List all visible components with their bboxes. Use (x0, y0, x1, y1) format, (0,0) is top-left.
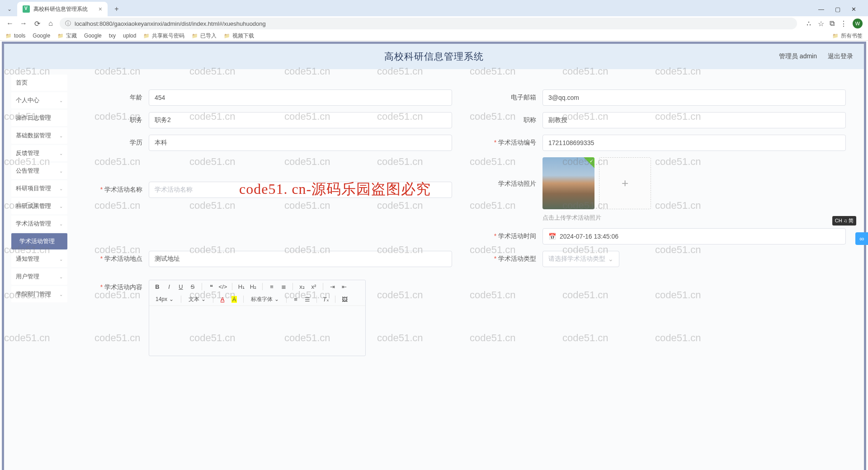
bookmark-item[interactable]: 共享账号密码 (143, 32, 184, 40)
upload-add-button[interactable]: + (599, 157, 651, 209)
input-email[interactable]: 3@qq.com (542, 89, 846, 106)
close-window-icon[interactable]: ✕ (851, 6, 856, 13)
align-icon[interactable]: ≡ (291, 295, 300, 304)
label-activity-time: 学术活动时间 (479, 232, 542, 240)
floating-tool-button[interactable]: ∞ (855, 232, 868, 245)
vue-favicon-icon (23, 5, 30, 13)
input-activity-place[interactable]: 测试地址 (149, 251, 452, 267)
input-activity-no[interactable]: 1721108699335 (542, 135, 846, 151)
sidebar-item[interactable]: 公告管理⌄ (11, 163, 67, 179)
chevron-down-icon: ⌄ (59, 221, 63, 226)
input-education[interactable]: 本科 (149, 135, 452, 151)
browser-tab[interactable]: 高校科研信息管理系统 × (17, 2, 108, 16)
bookmark-item[interactable]: tools (5, 33, 25, 39)
app-container: 高校科研信息管理系统 管理员 admin 退出登录 首页个人中心⌄操作日志管理基… (2, 42, 866, 470)
home-icon[interactable]: ⌂ (46, 19, 55, 28)
all-bookmarks[interactable]: 所有书签 (832, 32, 863, 40)
h1-icon[interactable]: H₁ (237, 282, 246, 291)
label-activity-no: 学术活动编号 (479, 139, 542, 147)
tab-menu-button[interactable]: ⌄ (5, 5, 14, 14)
current-user[interactable]: 管理员 admin (779, 52, 817, 61)
font-color-icon[interactable]: A (218, 295, 227, 304)
back-icon[interactable]: ← (5, 19, 14, 28)
sidebar-item[interactable]: 操作日志管理 (11, 110, 67, 126)
bookmark-item[interactable]: Google (84, 33, 102, 39)
input-position[interactable]: 职务2 (149, 112, 452, 128)
logout-link[interactable]: 退出登录 (828, 52, 853, 61)
input-activity-time[interactable]: 📅2024-07-16 13:45:06 (542, 228, 846, 244)
bookmark-item[interactable]: uplod (123, 33, 136, 39)
image-icon[interactable]: 🖼 (340, 295, 349, 304)
bold-icon[interactable]: B (153, 282, 162, 291)
minimize-icon[interactable]: — (818, 6, 824, 13)
font-size-select[interactable]: 14px ⌄ (153, 296, 176, 302)
url-field[interactable]: ⓘ localhost:8080/gaoxiaokeyanxinxi/admin… (60, 18, 797, 29)
bookmark-item[interactable]: 已导入 (192, 32, 217, 40)
rich-text-editor[interactable]: B I U S ❝ </> H₁ H₂ ≡ ≣ (149, 280, 366, 356)
bookmark-item[interactable]: 宝藏 (57, 32, 77, 40)
new-tab-button[interactable]: + (110, 3, 123, 15)
sidebar-item[interactable]: 首页 (11, 75, 67, 91)
ime-indicator: CH ♫ 简 (832, 216, 856, 226)
menu-icon[interactable]: ⋮ (840, 19, 847, 28)
indent-icon[interactable]: ⇥ (328, 282, 337, 291)
maximize-icon[interactable]: ▢ (835, 6, 840, 13)
chevron-down-icon: ⌄ (59, 98, 63, 103)
label-position: 职务 (85, 116, 149, 124)
sidebar-item[interactable]: 科研项目管理⌄ (11, 180, 67, 197)
chevron-down-icon: ⌄ (59, 186, 63, 191)
profile-avatar[interactable]: W (853, 19, 863, 28)
reload-icon[interactable]: ⟳ (33, 19, 42, 28)
italic-icon[interactable]: I (165, 282, 174, 291)
chevron-down-icon: ⌄ (59, 292, 63, 297)
select-activity-type[interactable]: 请选择学术活动类型⌄ (542, 251, 619, 267)
extensions-icon[interactable]: ⧉ (830, 19, 835, 28)
uploaded-image[interactable] (542, 157, 594, 209)
clear-format-icon[interactable]: Tₓ (321, 295, 330, 304)
bookmark-item[interactable]: txy (109, 33, 116, 39)
input-activity-name[interactable]: 学术活动名称 (149, 182, 452, 198)
label-photo: 学术活动照片 (479, 157, 542, 188)
underline-icon[interactable]: U (176, 282, 185, 291)
sidebar-item[interactable]: 个人中心⌄ (11, 92, 67, 108)
align-center-icon[interactable]: ☰ (303, 295, 312, 304)
upload-hint: 点击上传学术活动照片 (542, 214, 846, 222)
sidebar-item[interactable]: 反馈管理⌄ (11, 145, 67, 161)
input-title[interactable]: 副教授 (542, 112, 846, 128)
superscript-icon[interactable]: x² (309, 282, 318, 291)
sidebar-item[interactable]: 科研成果管理⌄ (11, 198, 67, 214)
label-title: 职称 (479, 116, 542, 124)
outdent-icon[interactable]: ⇤ (340, 282, 349, 291)
sidebar-item[interactable]: 用户管理⌄ (11, 268, 67, 285)
strike-icon[interactable]: S (188, 282, 197, 291)
ordered-list-icon[interactable]: ≡ (267, 282, 276, 291)
app-header: 高校科研信息管理系统 管理员 admin 退出登录 (4, 44, 864, 69)
upload-success-icon (584, 157, 594, 168)
translate-icon[interactable]: ⛬ (805, 19, 812, 28)
subscript-icon[interactable]: x₂ (297, 282, 307, 291)
bookmark-icon[interactable]: ☆ (818, 19, 824, 28)
bg-color-icon[interactable]: A (230, 295, 239, 304)
tab-close-icon[interactable]: × (99, 5, 102, 13)
quote-icon[interactable]: ❝ (207, 282, 216, 291)
h2-icon[interactable]: H₂ (249, 282, 258, 291)
chevron-down-icon: ⌄ (59, 169, 63, 174)
unordered-list-icon[interactable]: ≣ (279, 282, 288, 291)
site-info-icon[interactable]: ⓘ (65, 19, 71, 28)
bookmark-item[interactable]: Google (33, 33, 50, 39)
chevron-down-icon: ⌄ (59, 274, 63, 279)
sidebar-item[interactable]: 学术活动管理 (11, 233, 67, 249)
editor-body[interactable] (149, 306, 365, 356)
text-style-select[interactable]: 文本 ⌄ (186, 296, 208, 303)
bookmark-item[interactable]: 视频下载 (224, 32, 254, 40)
sidebar-item[interactable]: 通知管理⌄ (11, 251, 67, 267)
address-bar: ← → ⟳ ⌂ ⓘ localhost:8080/gaoxiaokeyanxin… (0, 16, 868, 31)
sidebar-item[interactable]: 学院部门管理⌄ (11, 286, 67, 302)
sidebar-item[interactable]: 基础数据管理⌄ (11, 127, 67, 144)
calendar-icon: 📅 (548, 233, 556, 240)
forward-icon[interactable]: → (19, 19, 28, 28)
sidebar-item[interactable]: 学术活动管理⌄ (11, 216, 67, 232)
input-age[interactable]: 454 (149, 89, 452, 106)
font-family-select[interactable]: 标准字体 ⌄ (248, 296, 282, 303)
code-icon[interactable]: </> (218, 282, 227, 291)
